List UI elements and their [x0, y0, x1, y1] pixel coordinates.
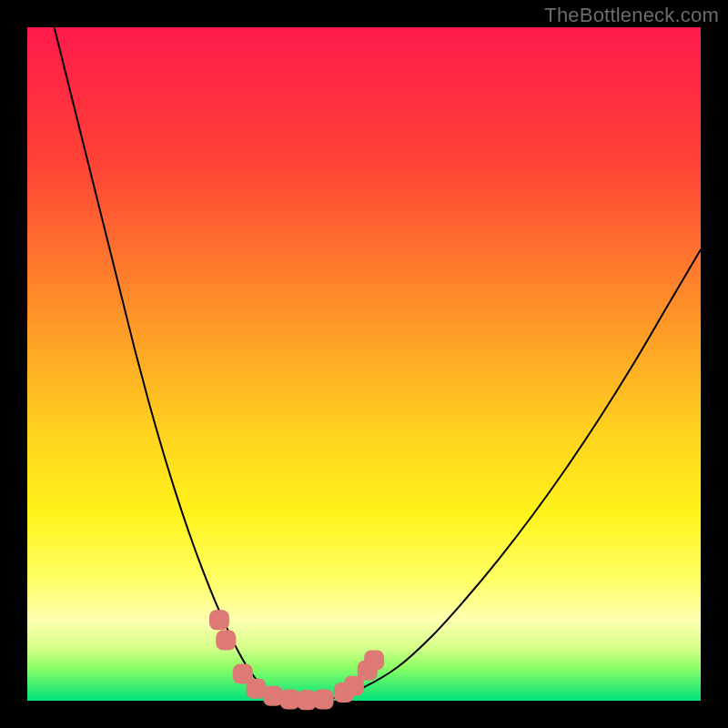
highlight-marker	[209, 610, 229, 630]
plot-background	[27, 27, 701, 701]
chart-stage: TheBottleneck.com	[0, 0, 728, 728]
highlight-marker	[314, 690, 334, 710]
bottleneck-chart	[0, 0, 728, 728]
watermark-text: TheBottleneck.com	[544, 4, 719, 27]
highlight-marker	[364, 651, 384, 671]
highlight-marker	[216, 630, 236, 650]
